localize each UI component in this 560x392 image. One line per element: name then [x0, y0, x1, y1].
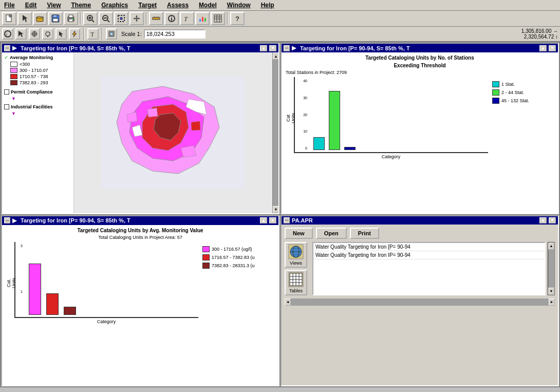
scroll-up-1[interactable]: ▲: [273, 52, 278, 60]
panel-bottomright-minimize[interactable]: ─: [284, 217, 290, 223]
panel-bottomright-scroll-down[interactable]: ▼: [549, 217, 556, 223]
svg-rect-5: [53, 15, 57, 17]
map-svg: [101, 76, 245, 189]
menu-assess[interactable]: Assess: [165, 1, 191, 9]
legend-label-2: 300 - 1710.07: [20, 68, 48, 73]
legend-color-4: [10, 80, 17, 85]
svg-rect-28: [199, 19, 201, 22]
panel-topright-content: Targeted Cataloging Units by No. of Stat…: [282, 52, 558, 213]
legend-label-7382-28331: 7382.83 - 28331.3 (u: [212, 263, 255, 268]
legend-item-45-132stat: 45 - 132 Stat.: [492, 98, 554, 104]
menu-model[interactable]: Model: [197, 1, 219, 9]
menu-view[interactable]: View: [45, 1, 63, 9]
legend-label-1: <300: [20, 62, 30, 67]
tb-zoom2[interactable]: [106, 28, 117, 40]
panel-bottomleft-minimize[interactable]: ─: [4, 217, 10, 223]
menu-edit[interactable]: Edit: [23, 1, 39, 9]
panel-topright: ─ ▶ Targeting for Iron [P= 90-94, S= 85t…: [281, 43, 559, 214]
pa-hscroll-right[interactable]: ►: [549, 298, 555, 306]
legend-color-2-44stat: [492, 89, 499, 96]
panel-topright-minimize[interactable]: ─: [284, 45, 290, 51]
y-tick-3: 3: [17, 244, 23, 248]
tb-new[interactable]: [2, 12, 16, 25]
panel-bottomleft-scroll-up[interactable]: ▲: [260, 217, 267, 223]
pa-print-btn[interactable]: Print: [350, 228, 379, 239]
menu-target[interactable]: Target: [136, 1, 159, 9]
panel-topleft-minimize[interactable]: ─: [4, 45, 10, 51]
legend-label-2-44stat: 2 - 44 Stat.: [501, 90, 524, 95]
scroll-down-1[interactable]: ▼: [273, 206, 278, 213]
tb-zoom-out[interactable]: [99, 12, 113, 25]
tb-open[interactable]: [33, 12, 47, 25]
panel-topleft-scroll-up[interactable]: ▲: [260, 45, 267, 51]
legend-item-1: <300: [10, 62, 71, 67]
tb-sep-1: [80, 12, 81, 25]
legend-label-4: 7382.83 - 293: [20, 80, 48, 85]
tb-zoom-in[interactable]: [83, 12, 98, 25]
scale-input[interactable]: [144, 29, 206, 39]
panel-topleft-scrollbar: ▲ ▼: [272, 52, 278, 213]
tb-measure[interactable]: [149, 12, 163, 25]
panel-bottomleft-titlebar: ─ ▶ Targeting for Iron [P= 90-94, S= 85t…: [2, 216, 278, 225]
pa-tables-btn[interactable]: Tables: [285, 270, 307, 295]
tb-lasso[interactable]: [42, 28, 53, 40]
menu-bar: File Edit View Theme Graphics Target Ass…: [0, 0, 560, 11]
pa-scroll-down[interactable]: ▼: [548, 288, 554, 295]
pa-scroll-track[interactable]: [548, 250, 554, 288]
tb-sep-2: [146, 12, 147, 25]
legend-item-2-44stat: 2 - 44 Stat.: [492, 89, 554, 96]
panel-topleft-scroll-down[interactable]: ▼: [269, 45, 276, 51]
menu-graphics[interactable]: Graphics: [99, 1, 130, 9]
tb-table[interactable]: [211, 12, 225, 25]
panel-bottomleft-scroll-down[interactable]: ▼: [269, 217, 276, 223]
pa-hscroll-track[interactable]: [291, 298, 549, 306]
bar-7382-28331: [64, 307, 76, 315]
svg-rect-31: [214, 15, 221, 22]
tb-pointer2[interactable]: [55, 28, 67, 40]
pa-new-btn[interactable]: New: [285, 228, 313, 239]
pa-open-btn[interactable]: Open: [316, 228, 347, 239]
svg-rect-8: [69, 15, 73, 17]
tb-label[interactable]: T: [180, 12, 194, 25]
panel-bottomright-scroll-up[interactable]: ▲: [539, 217, 547, 223]
scale-bar: i T Scale 1: 1,305,816.00 → 2,320,564.72…: [0, 27, 560, 42]
tb-select[interactable]: [114, 12, 128, 25]
tb-cursor[interactable]: [15, 28, 27, 40]
tb-lightning[interactable]: [69, 28, 80, 40]
panel-topleft: ─ ▶ Targeting for Iron [P= 90-94, S= 85t…: [1, 43, 279, 214]
tb-help[interactable]: ?: [230, 12, 245, 25]
scroll-track-1[interactable]: [273, 60, 278, 206]
bottomleft-chart-title: Targeted Cataloging Units by Avg. Monito…: [6, 227, 274, 234]
tb-print[interactable]: [64, 12, 78, 25]
tb-region[interactable]: [29, 28, 40, 40]
tb-chart[interactable]: [195, 12, 210, 25]
menu-window[interactable]: Window: [225, 1, 253, 9]
legend-checkbox-industrial[interactable]: [4, 104, 9, 109]
bar-1-stat: [313, 137, 325, 150]
pa-scroll-up[interactable]: ▲: [548, 242, 554, 250]
tb-text[interactable]: T: [87, 28, 99, 40]
topright-chart-legend: 1 Stat. 2 - 44 Stat. 45 - 132 Stat.: [492, 77, 554, 159]
menu-file[interactable]: File: [2, 1, 17, 9]
panel-topright-scroll-down[interactable]: ▼: [549, 45, 556, 51]
tb-arrow[interactable]: [17, 12, 32, 25]
legend-checkbox-permit[interactable]: [4, 89, 9, 95]
tb-pan[interactable]: [129, 12, 144, 25]
list-item-1[interactable]: Water Quality Targeting for Iron [P= 90-…: [313, 243, 545, 251]
legend-300-1716: 300 - 1716.57 (ug/l): [202, 246, 274, 252]
menu-theme[interactable]: Theme: [69, 1, 94, 9]
pa-panel-inner: New Open Print: [282, 225, 558, 309]
tb-save[interactable]: [48, 12, 63, 25]
pa-main-area: Views: [285, 242, 555, 295]
pa-hscroll-left[interactable]: ◄: [285, 298, 291, 306]
list-item-2[interactable]: Water Quality Targeting for Iron IP= 90-…: [313, 251, 545, 259]
menu-help[interactable]: Help: [259, 1, 276, 9]
panel-topright-scroll-up[interactable]: ▲: [539, 45, 547, 51]
tb-identify[interactable]: [164, 12, 179, 25]
bottomleft-chart-with-axis: Cat.Units 3 1: [6, 242, 198, 324]
panel-bottomright-title: PA.APR: [292, 217, 537, 223]
tb-info[interactable]: i: [2, 28, 13, 40]
panel-bottomright-titlebar: ─ PA.APR ▲ ▼: [282, 216, 558, 225]
pa-list: Water Quality Targeting for Iron [P= 90-…: [312, 242, 546, 295]
pa-views-btn[interactable]: Views: [285, 242, 307, 268]
